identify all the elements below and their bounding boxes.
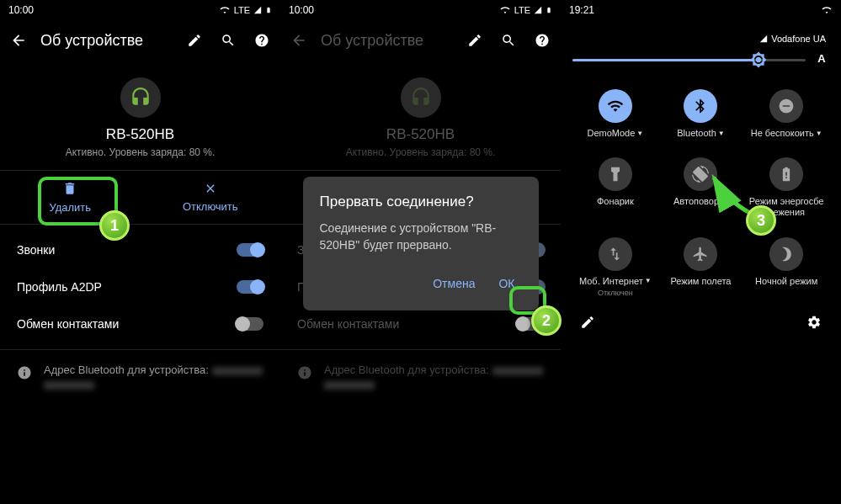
toggle-on[interactable] <box>237 280 263 294</box>
bluetooth-icon <box>684 89 717 123</box>
status-icons: LTE <box>219 5 272 15</box>
tile-wifi[interactable]: DemoMode ▼ <box>572 84 658 144</box>
edit-tiles-icon[interactable] <box>579 314 596 331</box>
dnd-icon <box>769 89 803 123</box>
airplane-icon <box>684 237 717 271</box>
tile-bluetooth[interactable]: Bluetooth ▼ <box>658 84 744 144</box>
device-name: RB-520HB <box>106 126 174 143</box>
page-title: Об устройстве <box>40 32 173 50</box>
tile-flash[interactable]: Фонарик <box>572 152 658 223</box>
quick-tiles: DemoMode ▼ Bluetooth ▼ Не беспокоить ▼ Ф… <box>572 84 829 302</box>
device-status: Активно. Уровень заряда: 80 %. <box>66 146 216 158</box>
data-icon <box>599 237 632 271</box>
tile-label: Режим полета <box>670 276 731 287</box>
setting-a2dp[interactable]: Профиль A2DP <box>0 268 280 305</box>
tile-label: Bluetooth ▼ <box>677 128 724 139</box>
tile-night[interactable]: Ночной режим <box>743 232 829 302</box>
search-icon[interactable] <box>220 32 237 49</box>
confirm-dialog: Прервать соединение? Соединение с устрой… <box>303 177 539 310</box>
dialog-overlay: Прервать соединение? Соединение с устрой… <box>280 0 561 504</box>
edit-icon[interactable] <box>186 32 203 49</box>
setting-contacts[interactable]: Обмен контактами <box>0 305 280 342</box>
slider-track[interactable] <box>572 59 806 61</box>
toggle-on[interactable] <box>237 243 263 257</box>
tile-dnd[interactable]: Не беспокоить ▼ <box>743 84 829 144</box>
tile-airplane[interactable]: Режим полета <box>658 232 744 302</box>
wifi-icon <box>599 89 632 123</box>
tile-label: DemoMode ▼ <box>587 128 643 139</box>
step-badge-2: 2 <box>531 305 562 336</box>
carrier-label: Vodafone UA <box>576 34 826 44</box>
toggle-off[interactable] <box>237 317 263 331</box>
info-label: Адрес Bluetooth для устройства: <box>44 363 209 376</box>
setting-calls[interactable]: Звонки <box>0 231 280 268</box>
tile-label: Ночной режим <box>755 276 817 287</box>
tile-data[interactable]: Моб. Интернет ▼ Отключен <box>572 232 658 302</box>
brightness-icon[interactable] <box>750 51 767 68</box>
cancel-button[interactable]: Отмена <box>426 273 482 294</box>
brightness-slider[interactable]: A <box>572 52 829 67</box>
night-icon <box>769 237 803 271</box>
flash-icon <box>599 157 632 191</box>
screen-quick-settings: 19:21 Vodafone UA A DemoMode ▼ Bluetooth… <box>561 0 841 504</box>
status-bar: 19:21 <box>561 0 841 20</box>
settings-list: Звонки Профиль A2DP Обмен контактами <box>0 225 280 349</box>
disconnect-label: Отключить <box>183 200 238 213</box>
device-header: RB-520HB Активно. Уровень заряда: 80 %. <box>0 61 280 170</box>
battery-icon <box>769 157 803 191</box>
status-time: 10:00 <box>8 4 34 16</box>
step-badge-3: 3 <box>746 205 776 236</box>
tile-label: Не беспокоить ▼ <box>751 128 822 139</box>
header: Об устройстве <box>0 20 280 61</box>
status-bar: 10:00 LTE <box>0 0 280 20</box>
back-button[interactable] <box>10 32 27 49</box>
status-time: 19:21 <box>569 4 594 16</box>
headphones-icon <box>120 77 161 118</box>
settings-gear-icon[interactable] <box>806 314 822 331</box>
info-icon <box>17 365 32 384</box>
dialog-message: Соединение с устройством "RB-520HB" буде… <box>320 220 522 253</box>
screen-device-settings: 10:00 LTE Об устройстве RB-520HB Активно… <box>0 0 280 504</box>
tile-label: Моб. Интернет ▼ <box>579 276 652 287</box>
auto-brightness-icon[interactable]: A <box>814 52 829 67</box>
disconnect-button[interactable]: Отключить <box>141 171 281 224</box>
tile-sublabel: Отключен <box>598 289 633 297</box>
bluetooth-address-row: Адрес Bluetooth для устройства: <box>0 349 280 403</box>
screen-dialog: 10:00 LTE Об устройстве RB-520HB Активно… <box>280 0 561 504</box>
dialog-title: Прервать соединение? <box>320 194 522 210</box>
step-badge-1: 1 <box>99 210 130 241</box>
help-icon[interactable] <box>253 32 270 49</box>
tile-label: Фонарик <box>597 196 634 207</box>
